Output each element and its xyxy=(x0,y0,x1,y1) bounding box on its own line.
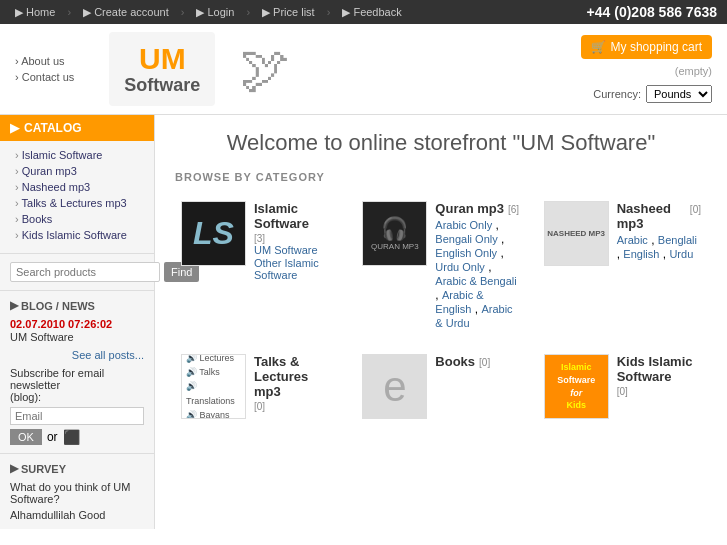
category-card-nasheed: NASHEED MP3 Nasheed mp3 [0] Arabic , Ben… xyxy=(538,195,707,336)
cart-icon: 🛒 xyxy=(591,40,606,54)
link-arabic-only[interactable]: Arabic Only xyxy=(435,219,492,231)
category-thumb-books[interactable]: e xyxy=(362,354,427,419)
newsletter-ok-button[interactable]: OK xyxy=(10,429,42,445)
search-input[interactable] xyxy=(10,262,160,282)
survey-section-title: ▶ SURVEY xyxy=(10,462,144,475)
catalog-item-nasheed-mp3[interactable]: Nasheed mp3 xyxy=(10,181,144,193)
nav-login[interactable]: ▶ Login xyxy=(191,6,239,19)
category-count-nasheed: [0] xyxy=(690,204,701,215)
currency-label: Currency: xyxy=(593,88,641,100)
category-name-books: Books xyxy=(435,354,475,369)
category-info-kids: Kids Islamic Software [0] xyxy=(617,354,701,397)
category-card-islamic-software: LS Islamic Software [3] UM Software Othe… xyxy=(175,195,344,336)
category-thumb-islamic-software[interactable]: LS xyxy=(181,201,246,266)
main: ▶ CATALOG Islamic Software Quran mp3 Nas… xyxy=(0,115,727,529)
survey-question: What do you think of UM Software? xyxy=(10,481,144,505)
survey-section: ▶ SURVEY What do you think of UM Softwar… xyxy=(0,454,154,529)
nav-feedback[interactable]: ▶ Feedback xyxy=(337,6,406,19)
category-links-quran: Arabic Only , Bengali Only , English Onl… xyxy=(435,218,519,330)
currency-select[interactable]: Pounds xyxy=(646,85,712,103)
browse-label: BROWSE BY CATEGORY xyxy=(175,171,707,183)
catalog-item-books[interactable]: Books xyxy=(10,213,144,225)
blog-arrow-icon: ▶ xyxy=(10,299,18,312)
newsletter-label: Subscribe for email newsletter (blog): xyxy=(10,367,144,403)
logo: UM Software xyxy=(109,32,215,106)
category-card-talks: 🔊 Lectures 🔊 Talks 🔊 Translations 🔊 Baya… xyxy=(175,348,344,425)
catalog-item-islamic-software[interactable]: Islamic Software xyxy=(10,149,144,161)
content-area: Welcome to online storefront "UM Softwar… xyxy=(155,115,727,529)
link-nasheed-urdu[interactable]: Urdu xyxy=(669,248,693,260)
or-label: or xyxy=(47,430,58,444)
category-thumb-nasheed[interactable]: NASHEED MP3 xyxy=(544,201,609,266)
category-info-quran: Quran mp3 [6] Arabic Only , Bengali Only… xyxy=(435,201,519,330)
top-nav: ▶ Home › ▶ Create account › ▶ Login › ▶ … xyxy=(10,6,407,19)
newsletter-row: OK or ⬛ xyxy=(10,429,144,445)
category-name-talks: Talks & Lectures mp3 xyxy=(254,354,338,399)
link-nasheed-arabic[interactable]: Arabic xyxy=(617,234,648,246)
cart-status: (empty) xyxy=(675,65,712,77)
category-info-islamic-software: Islamic Software [3] UM Software Other I… xyxy=(254,201,338,282)
sidebar-about-links: › About us › Contact us xyxy=(15,55,74,83)
blog-author: UM Software xyxy=(10,331,144,343)
link-bengali-only[interactable]: Bengali Only xyxy=(435,233,497,245)
header: › About us › Contact us UM Software 🕊 🛒 … xyxy=(0,24,727,115)
category-card-kids: Islamic Software for Kids Kids Islamic S… xyxy=(538,348,707,425)
bird-logo: 🕊 xyxy=(240,44,290,94)
link-nasheed-benglali[interactable]: Benglali xyxy=(658,234,697,246)
cart-area: 🛒 My shopping cart (empty) Currency: Pou… xyxy=(581,35,712,103)
sidebar: ▶ CATALOG Islamic Software Quran mp3 Nas… xyxy=(0,115,155,529)
newsletter-email-input[interactable] xyxy=(10,407,144,425)
link-um-software[interactable]: UM Software xyxy=(254,244,338,256)
link-english-only[interactable]: English Only xyxy=(435,247,497,259)
contact-us-link[interactable]: › Contact us xyxy=(15,71,74,83)
category-links-islamic-software: UM Software Other Islamic Software xyxy=(254,244,338,281)
currency-row: Currency: Pounds xyxy=(593,85,712,103)
category-name-kids: Kids Islamic Software xyxy=(617,354,701,384)
category-info-nasheed: Nasheed mp3 [0] Arabic , Benglali , Engl… xyxy=(617,201,701,261)
category-info-talks: Talks & Lectures mp3 [0] xyxy=(254,354,338,412)
link-arabic-bengali[interactable]: Arabic & Bengali xyxy=(435,275,516,287)
nav-create-account[interactable]: ▶ Create account xyxy=(78,6,174,19)
blog-date: 02.07.2010 07:26:02 xyxy=(10,318,144,330)
about-us-link[interactable]: › About us xyxy=(15,55,74,67)
category-name-quran: Quran mp3 xyxy=(435,201,504,216)
category-card-quran: 🎧 QURAN MP3 Quran mp3 [6] Arabic Only , … xyxy=(356,195,525,336)
survey-option: Alhamdullilah Good xyxy=(10,509,144,521)
category-name-islamic-software: Islamic Software xyxy=(254,201,338,231)
catalog-arrow-icon: ▶ xyxy=(10,121,19,135)
category-links-nasheed: Arabic , Benglali , English , Urdu xyxy=(617,233,701,261)
catalog-item-kids[interactable]: Kids Islamic Software xyxy=(10,229,144,241)
nav-price-list[interactable]: ▶ Price list xyxy=(257,6,320,19)
category-count-books: [0] xyxy=(479,357,490,368)
category-count-talks: [0] xyxy=(254,401,338,412)
see-all-posts-link[interactable]: See all posts... xyxy=(10,349,144,361)
search-bar: Find xyxy=(0,254,154,291)
blog-section-title: ▶ BLOG / NEWS xyxy=(10,299,144,312)
topbar: ▶ Home › ▶ Create account › ▶ Login › ▶ … xyxy=(0,0,727,24)
category-name-nasheed: Nasheed mp3 xyxy=(617,201,686,231)
category-count-kids: [0] xyxy=(617,386,701,397)
cart-button[interactable]: 🛒 My shopping cart xyxy=(581,35,712,59)
link-nasheed-english[interactable]: English xyxy=(623,248,659,260)
category-thumb-quran[interactable]: 🎧 QURAN MP3 xyxy=(362,201,427,266)
survey-arrow-icon: ▶ xyxy=(10,462,18,475)
catalog-section-title: ▶ CATALOG xyxy=(0,115,154,141)
category-grid: LS Islamic Software [3] UM Software Othe… xyxy=(175,195,707,425)
link-arabic-english[interactable]: Arabic & English xyxy=(435,289,483,315)
catalog-item-quran-mp3[interactable]: Quran mp3 xyxy=(10,165,144,177)
catalog-label: CATALOG xyxy=(24,121,82,135)
catalog-item-talks[interactable]: Talks & Lectures mp3 xyxy=(10,197,144,209)
welcome-title: Welcome to online storefront "UM Softwar… xyxy=(175,130,707,156)
category-count-islamic-software: [3] xyxy=(254,233,338,244)
category-thumb-kids[interactable]: Islamic Software for Kids xyxy=(544,354,609,419)
nav-home[interactable]: ▶ Home xyxy=(10,6,60,19)
category-thumb-talks[interactable]: 🔊 Lectures 🔊 Talks 🔊 Translations 🔊 Baya… xyxy=(181,354,246,419)
logo-area: › About us › Contact us UM Software 🕊 xyxy=(15,32,290,106)
category-card-books: e Books [0] xyxy=(356,348,525,425)
rss-icon[interactable]: ⬛ xyxy=(63,429,80,445)
link-urdu-only[interactable]: Urdu Only xyxy=(435,261,485,273)
category-count-quran: [6] xyxy=(508,204,519,215)
category-info-books: Books [0] xyxy=(435,354,519,371)
blog-section: ▶ BLOG / NEWS 02.07.2010 07:26:02 UM Sof… xyxy=(0,291,154,454)
link-other-islamic[interactable]: Other Islamic Software xyxy=(254,257,338,281)
